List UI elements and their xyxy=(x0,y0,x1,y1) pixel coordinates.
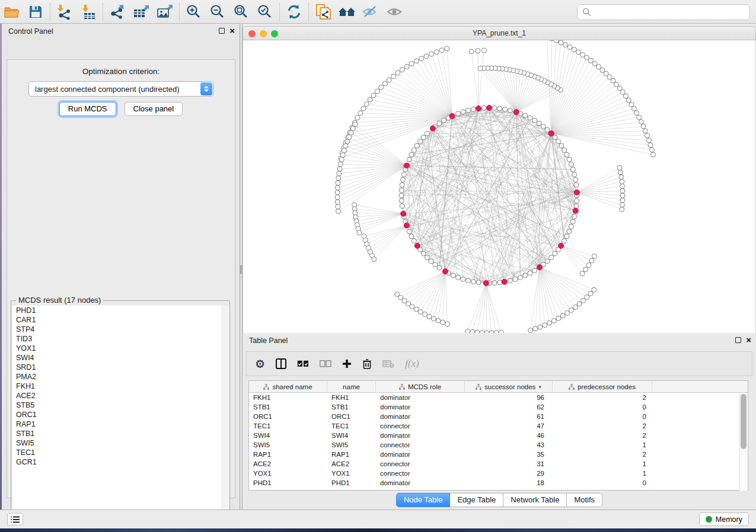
window-close-icon[interactable] xyxy=(248,30,256,37)
table-cell[interactable]: 1 xyxy=(553,460,652,467)
duplicate-network-button[interactable] xyxy=(311,2,335,22)
mcds-hub-node[interactable] xyxy=(476,106,481,111)
open-file-button[interactable] xyxy=(0,2,24,22)
table-cell[interactable]: PHD1 xyxy=(249,479,327,486)
mcds-result-item[interactable]: STP4 xyxy=(12,325,229,334)
refresh-button[interactable] xyxy=(282,2,306,22)
table-cell[interactable]: 0 xyxy=(553,403,652,411)
mcds-hub-node[interactable] xyxy=(414,243,420,248)
network-canvas[interactable] xyxy=(243,40,756,333)
mcds-hub-node[interactable] xyxy=(443,269,448,274)
table-row[interactable]: ACE2ACE2connector311 xyxy=(249,459,748,469)
run-mcds-button[interactable]: Run MCDS xyxy=(59,102,116,116)
table-cell[interactable]: 2 xyxy=(553,422,652,430)
table-cell[interactable]: 2 xyxy=(553,451,652,458)
column-header-predecessor-nodes[interactable]: predecessor nodes xyxy=(553,381,652,392)
window-minimize-icon[interactable] xyxy=(260,30,267,37)
column-header-successor-nodes[interactable]: successor nodes▾ xyxy=(465,381,553,392)
first-neighbors-button[interactable] xyxy=(335,2,359,22)
table-cell[interactable]: ORC1 xyxy=(327,413,376,420)
table-cell[interactable]: TEC1 xyxy=(327,422,376,430)
mcds-hub-node[interactable] xyxy=(537,265,542,270)
tab-network-table[interactable]: Network Table xyxy=(503,493,567,507)
table-cell[interactable]: dominator xyxy=(376,394,465,401)
table-cell[interactable]: SWI4 xyxy=(327,432,376,439)
table-cell[interactable]: TEC1 xyxy=(249,422,327,430)
table-settings-button[interactable]: ⚙ xyxy=(255,357,265,371)
mcds-result-item[interactable]: GCR1 xyxy=(12,457,229,467)
zoom-out-button[interactable] xyxy=(206,2,229,22)
table-cell[interactable]: dominator xyxy=(376,403,465,411)
table-cell[interactable]: 35 xyxy=(465,451,553,458)
mcds-hub-node[interactable] xyxy=(513,110,519,115)
table-cell[interactable]: dominator xyxy=(376,432,465,439)
table-cell[interactable]: SWI5 xyxy=(249,441,327,448)
float-panel-button[interactable] xyxy=(219,28,225,34)
table-row[interactable]: STB1STB1dominator620 xyxy=(249,402,748,412)
mcds-result-item[interactable]: SRD1 xyxy=(12,363,229,372)
mcds-hub-node[interactable] xyxy=(559,243,564,248)
mcds-result-item[interactable]: YOX1 xyxy=(12,344,229,353)
mcds-result-item[interactable]: TEC1 xyxy=(12,448,229,457)
network-graph[interactable] xyxy=(243,40,756,333)
import-network-button[interactable] xyxy=(53,2,76,22)
zoom-selected-button[interactable] xyxy=(253,2,277,22)
table-row[interactable]: ORC1ORC1dominator610 xyxy=(249,412,748,421)
mcds-result-item[interactable]: SWI4 xyxy=(12,353,229,363)
mcds-hub-node[interactable] xyxy=(401,211,406,216)
table-row[interactable]: SWI5SWI5connector431 xyxy=(249,440,748,450)
mcds-result-item[interactable]: PHD1 xyxy=(12,306,229,315)
table-cell[interactable]: SWI5 xyxy=(327,441,376,448)
table-cell[interactable]: 62 xyxy=(465,403,553,411)
mcds-result-item[interactable]: STB1 xyxy=(12,429,229,438)
save-session-button[interactable] xyxy=(24,2,47,22)
table-cell[interactable]: connector xyxy=(376,470,465,477)
table-cell[interactable]: connector xyxy=(376,441,465,448)
mcds-result-item[interactable]: TID3 xyxy=(12,334,229,344)
show-columns-button[interactable] xyxy=(276,358,286,369)
column-header-shared-name[interactable]: shared name xyxy=(249,381,327,392)
export-network-button[interactable] xyxy=(106,2,129,22)
table-cell[interactable]: dominator xyxy=(376,451,465,458)
search-input[interactable] xyxy=(595,8,745,17)
table-cell[interactable]: 31 xyxy=(465,460,553,467)
delete-table-button[interactable] xyxy=(382,360,394,368)
table-cell[interactable]: YOX1 xyxy=(327,470,376,477)
table-cell[interactable]: 18 xyxy=(465,479,553,486)
mcds-hub-node[interactable] xyxy=(573,208,578,213)
table-cell[interactable]: RAP1 xyxy=(249,451,327,458)
table-cell[interactable]: dominator xyxy=(376,413,465,420)
table-row[interactable]: SWI4SWI4dominator462 xyxy=(249,431,748,440)
table-cell[interactable]: FKH1 xyxy=(249,394,327,401)
show-all-button[interactable] xyxy=(382,2,406,22)
table-cell[interactable]: SWI4 xyxy=(249,432,327,439)
deselect-all-button[interactable] xyxy=(320,360,331,367)
table-cell[interactable]: 0 xyxy=(553,479,652,486)
zoom-in-button[interactable] xyxy=(182,2,206,22)
column-header-name[interactable]: name xyxy=(327,381,376,392)
select-all-button[interactable] xyxy=(297,360,309,367)
float-table-panel-button[interactable] xyxy=(735,337,741,343)
table-cell[interactable]: 2 xyxy=(553,432,652,439)
delete-column-button[interactable] xyxy=(362,358,372,369)
mcds-hub-node[interactable] xyxy=(430,126,435,131)
table-row[interactable]: FKH1FKH1dominator962 xyxy=(249,393,748,402)
table-scrollbar[interactable] xyxy=(739,393,747,491)
mcds-hub-node[interactable] xyxy=(574,190,579,195)
mcds-result-item[interactable]: RAP1 xyxy=(12,419,229,429)
table-cell[interactable]: STB1 xyxy=(249,403,327,411)
tab-motifs[interactable]: Motifs xyxy=(567,493,602,507)
export-table-button[interactable] xyxy=(129,2,153,22)
mcds-hub-node[interactable] xyxy=(449,113,455,118)
mcds-hub-node[interactable] xyxy=(404,223,409,228)
function-builder-button[interactable]: f(x) xyxy=(405,358,419,370)
mcds-result-item[interactable]: ACE2 xyxy=(12,391,229,400)
table-cell[interactable]: RAP1 xyxy=(327,451,376,458)
tab-node-table[interactable]: Node Table xyxy=(396,493,451,507)
table-cell[interactable]: YOX1 xyxy=(249,470,327,477)
mcds-hub-node[interactable] xyxy=(548,131,554,136)
mcds-result-item[interactable]: CAR1 xyxy=(12,315,229,325)
table-cell[interactable]: 47 xyxy=(465,422,553,430)
window-maximize-icon[interactable] xyxy=(271,30,278,37)
tab-edge-table[interactable]: Edge Table xyxy=(450,493,503,507)
